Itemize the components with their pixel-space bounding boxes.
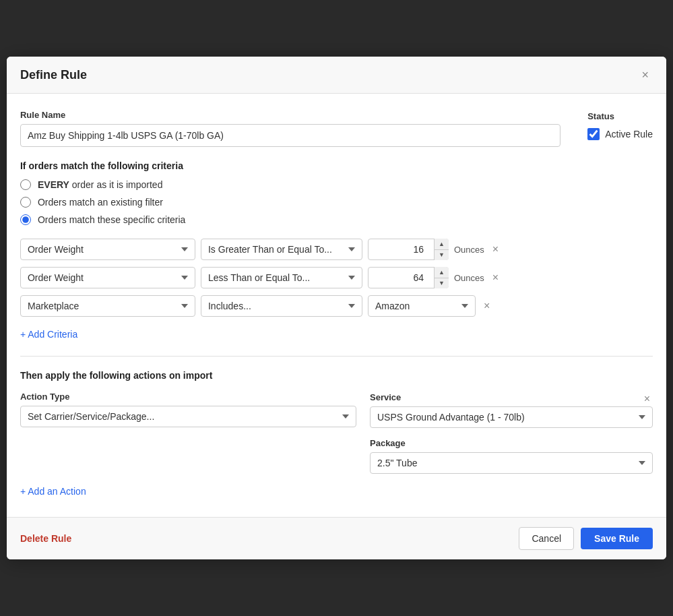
criteria-value-select-3[interactable]: Amazon eBay Etsy Shopify xyxy=(368,295,476,317)
radio-specific-row: Orders match these specific criteria xyxy=(20,214,653,225)
delete-rule-button[interactable]: Delete Rule xyxy=(20,530,71,547)
action-type-group: Action Type Set Carrier/Service/Package.… xyxy=(20,392,356,427)
criteria-section-title: If orders match the following criteria xyxy=(20,160,653,171)
radio-specific[interactable] xyxy=(20,214,31,225)
add-action-button[interactable]: + Add an Action xyxy=(20,483,86,499)
service-sub-group: Service USPS Ground Advantage (1 - 70lb)… xyxy=(370,392,653,428)
modal-header: Define Rule × xyxy=(7,57,666,94)
spinner-up-2[interactable]: ▲ xyxy=(435,267,449,278)
package-label: Package xyxy=(370,438,406,448)
footer-actions: Cancel Save Rule xyxy=(519,527,653,550)
remove-action-button[interactable]: × xyxy=(641,392,653,406)
active-rule-row: Active Rule xyxy=(587,128,653,140)
package-select[interactable]: 2.5" Tube Large Box Small Box Padded Env… xyxy=(370,452,653,474)
criteria-value-wrap-1: ▲ ▼ xyxy=(368,239,449,260)
remove-criteria-3[interactable]: × xyxy=(481,299,492,313)
criteria-unit-2: Ounces xyxy=(454,273,484,283)
radio-filter[interactable] xyxy=(20,197,31,208)
criteria-field-select-1[interactable]: Order Weight Marketplace Order Total xyxy=(20,239,195,260)
criteria-rows-container: Order Weight Marketplace Order Total Is … xyxy=(20,239,653,317)
spinner-down-1[interactable]: ▼ xyxy=(435,250,449,261)
service-package-group: Service USPS Ground Advantage (1 - 70lb)… xyxy=(370,392,653,474)
spinner-1: ▲ ▼ xyxy=(434,239,449,260)
rule-name-label: Rule Name xyxy=(20,110,560,120)
active-rule-checkbox[interactable] xyxy=(587,128,600,140)
rule-name-input[interactable] xyxy=(20,124,560,147)
status-group: Status Active Rule xyxy=(587,110,653,140)
criteria-unit-1: Ounces xyxy=(454,245,484,255)
criteria-value-wrap-2: ▲ ▼ xyxy=(368,267,449,288)
modal-footer: Delete Rule Cancel Save Rule xyxy=(7,517,666,559)
radio-filter-label: Orders match an existing filter xyxy=(38,197,163,208)
remove-criteria-2[interactable]: × xyxy=(490,270,501,285)
criteria-row-3: Marketplace Order Weight Order Total Inc… xyxy=(20,295,653,317)
rule-name-status-row: Rule Name Status Active Rule xyxy=(20,110,653,147)
modal-overlay: Define Rule × Rule Name Status Active Ru… xyxy=(0,0,673,616)
action-section-title: Then apply the following actions on impo… xyxy=(20,370,653,381)
divider xyxy=(20,356,653,357)
radio-every[interactable] xyxy=(20,179,31,190)
cancel-button[interactable]: Cancel xyxy=(519,527,574,550)
active-rule-label: Active Rule xyxy=(605,129,653,140)
radio-every-row: EVERY order as it is imported xyxy=(20,179,653,190)
radio-every-label: EVERY order as it is imported xyxy=(38,179,162,190)
criteria-row-2: Order Weight Marketplace Order Total Les… xyxy=(20,267,653,288)
save-rule-button[interactable]: Save Rule xyxy=(581,528,653,549)
radio-specific-label: Orders match these specific criteria xyxy=(38,214,185,225)
criteria-row-1: Order Weight Marketplace Order Total Is … xyxy=(20,239,653,260)
rule-name-group: Rule Name xyxy=(20,110,560,147)
radio-filter-row: Orders match an existing filter xyxy=(20,197,653,208)
define-rule-modal: Define Rule × Rule Name Status Active Ru… xyxy=(7,57,666,559)
modal-body: Rule Name Status Active Rule If orders m… xyxy=(7,94,666,517)
spinner-2: ▲ ▼ xyxy=(434,267,449,288)
close-button[interactable]: × xyxy=(637,67,653,82)
spinner-down-2[interactable]: ▼ xyxy=(435,278,449,289)
package-sub-group: Package 2.5" Tube Large Box Small Box Pa… xyxy=(370,437,653,474)
status-label: Status xyxy=(587,111,653,121)
action-type-select[interactable]: Set Carrier/Service/Package... Send Emai… xyxy=(20,406,356,427)
service-select[interactable]: USPS Ground Advantage (1 - 70lb) USPS Pr… xyxy=(370,406,653,428)
modal-title: Define Rule xyxy=(20,68,87,82)
service-label: Service xyxy=(370,392,401,402)
criteria-operator-select-2[interactable]: Less Than or Equal To... Is Greater Than… xyxy=(201,267,362,288)
spinner-up-1[interactable]: ▲ xyxy=(435,239,449,250)
action-type-label: Action Type xyxy=(20,392,356,402)
criteria-field-select-3[interactable]: Marketplace Order Weight Order Total xyxy=(20,295,195,317)
criteria-options: EVERY order as it is imported Orders mat… xyxy=(20,179,653,225)
criteria-field-select-2[interactable]: Order Weight Marketplace Order Total xyxy=(20,267,195,288)
criteria-operator-select-1[interactable]: Is Greater Than or Equal To... Is Less T… xyxy=(201,239,362,260)
remove-criteria-1[interactable]: × xyxy=(490,242,501,257)
criteria-operator-select-3[interactable]: Includes... Does Not Include... Is Equal… xyxy=(201,295,362,317)
add-criteria-button[interactable]: + Add Criteria xyxy=(20,326,77,342)
action-row-1: Action Type Set Carrier/Service/Package.… xyxy=(20,392,653,474)
